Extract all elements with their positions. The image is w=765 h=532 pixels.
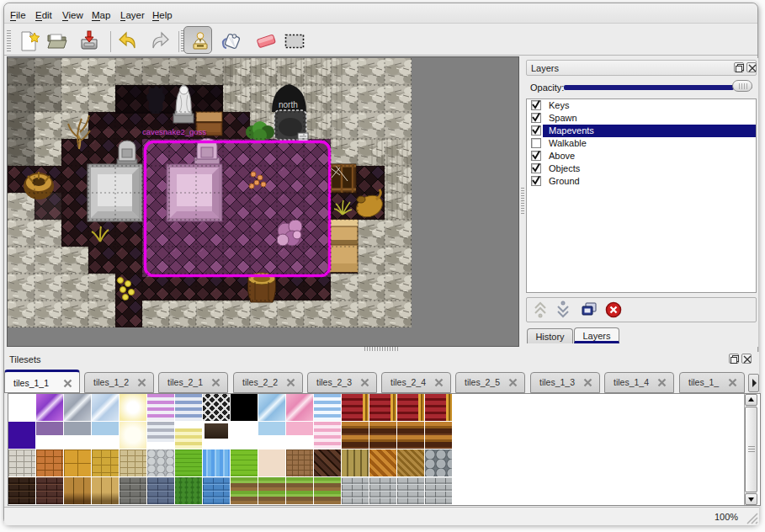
svg-text:north: north — [279, 100, 298, 109]
svg-text:cavesnake2_goss: cavesnake2_goss — [142, 127, 206, 136]
